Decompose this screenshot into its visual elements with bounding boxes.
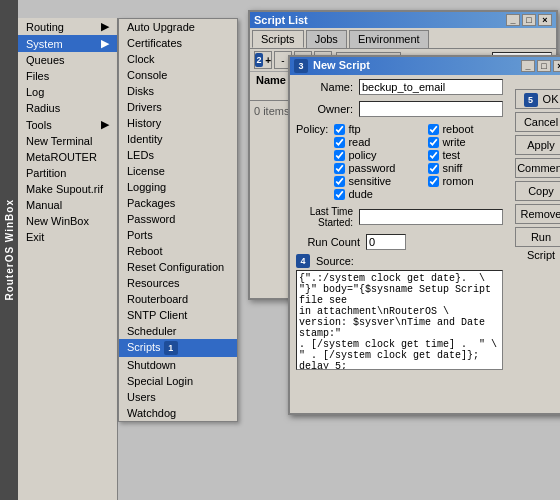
- policy-write-checkbox[interactable]: [428, 137, 439, 148]
- copy-btn[interactable]: Copy: [515, 181, 560, 201]
- submenu-license[interactable]: License: [119, 163, 237, 179]
- policy-test: test: [428, 149, 518, 161]
- policy-sensitive-checkbox[interactable]: [334, 176, 345, 187]
- submenu-drivers[interactable]: Drivers: [119, 99, 237, 115]
- submenu-shutdown[interactable]: Shutdown: [119, 357, 237, 373]
- policy-test-label: test: [442, 149, 460, 161]
- system-arrow: ▶: [101, 37, 109, 50]
- sidebar-item-new-winbox[interactable]: New WinBox: [18, 213, 117, 229]
- submenu-password[interactable]: Password: [119, 211, 237, 227]
- policy-reboot-checkbox[interactable]: [428, 124, 439, 135]
- source-textarea[interactable]: {".:/system clock get date}. \ "}" body=…: [296, 270, 503, 370]
- submenu-clock[interactable]: Clock: [119, 51, 237, 67]
- submenu-scheduler[interactable]: Scheduler: [119, 323, 237, 339]
- submenu-identity[interactable]: Identity: [119, 131, 237, 147]
- sidebar-item-make-supout[interactable]: Make Supout.rif: [18, 181, 117, 197]
- policy-sniff-checkbox[interactable]: [428, 163, 439, 174]
- policy-test-checkbox[interactable]: [428, 150, 439, 161]
- ok-btn[interactable]: 5 OK: [515, 89, 560, 109]
- policy-sniff: sniff: [428, 162, 518, 174]
- submenu-special-login[interactable]: Special Login: [119, 373, 237, 389]
- sidebar-item-log[interactable]: Log: [18, 84, 117, 100]
- policy-policy-label: policy: [348, 149, 376, 161]
- new-script-right-buttons: 5 OK Cancel Apply Comment Copy Remove Ru…: [511, 85, 560, 251]
- new-script-controls: _ □ ×: [521, 60, 560, 72]
- run-script-btn[interactable]: Run Script: [515, 227, 560, 247]
- comment-btn[interactable]: Comment: [515, 158, 560, 178]
- submenu-certificates[interactable]: Certificates: [119, 35, 237, 51]
- sidebar-item-partition[interactable]: Partition: [18, 165, 117, 181]
- script-list-minimize-btn[interactable]: _: [506, 14, 520, 26]
- script-list-title: Script List: [254, 14, 308, 26]
- metarouter-label: MetaROUTER: [26, 151, 97, 163]
- log-label: Log: [26, 86, 44, 98]
- files-label: Files: [26, 70, 49, 82]
- script-list-titlebar: Script List _ □ ×: [250, 12, 556, 28]
- sidebar-item-tools[interactable]: Tools ▶: [18, 116, 117, 133]
- sidebar-item-radius[interactable]: Radius: [18, 100, 117, 116]
- apply-btn[interactable]: Apply: [515, 135, 560, 155]
- new-script-maximize-btn[interactable]: □: [537, 60, 551, 72]
- manual-label: Manual: [26, 199, 62, 211]
- policy-reboot-label: reboot: [442, 123, 473, 135]
- name-input[interactable]: [359, 79, 503, 95]
- policy-dude-checkbox[interactable]: [334, 189, 345, 200]
- policy-password-label: password: [348, 162, 395, 174]
- owner-input[interactable]: [359, 101, 503, 117]
- submenu-history[interactable]: History: [119, 115, 237, 131]
- tab-environment[interactable]: Environment: [349, 30, 429, 48]
- sidebar-item-system[interactable]: System ▶: [18, 35, 117, 52]
- script-list-close-btn[interactable]: ×: [538, 14, 552, 26]
- policy-romon-checkbox[interactable]: [428, 176, 439, 187]
- policy-read-label: read: [348, 136, 370, 148]
- submenu-watchdog[interactable]: Watchdog: [119, 405, 237, 421]
- sidebar-item-new-terminal[interactable]: New Terminal: [18, 133, 117, 149]
- sidebar-item-exit[interactable]: Exit: [18, 229, 117, 245]
- sidebar-item-files[interactable]: Files: [18, 68, 117, 84]
- policy-read-checkbox[interactable]: [334, 137, 345, 148]
- partition-label: Partition: [26, 167, 66, 179]
- new-script-window: 3 New Script _ □ × 5 OK Cancel Apply Com…: [288, 55, 560, 415]
- submenu-scripts[interactable]: Scripts 1: [119, 339, 237, 357]
- submenu-packages[interactable]: Packages: [119, 195, 237, 211]
- policy-sensitive: sensitive: [334, 175, 424, 187]
- last-time-label: Last Time Started:: [296, 206, 359, 228]
- submenu-disks[interactable]: Disks: [119, 83, 237, 99]
- policy-password-checkbox[interactable]: [334, 163, 345, 174]
- submenu-logging[interactable]: Logging: [119, 179, 237, 195]
- submenu-reboot[interactable]: Reboot: [119, 243, 237, 259]
- sidebar-item-metarouter[interactable]: MetaROUTER: [18, 149, 117, 165]
- name-label: Name:: [296, 81, 359, 93]
- submenu-routerboard[interactable]: Routerboard: [119, 291, 237, 307]
- cancel-btn[interactable]: Cancel: [515, 112, 560, 132]
- submenu-console[interactable]: Console: [119, 67, 237, 83]
- new-script-minimize-btn[interactable]: _: [521, 60, 535, 72]
- run-count-row: Run Count: [290, 232, 509, 252]
- add-script-btn[interactable]: 2+: [254, 51, 272, 69]
- new-script-close-btn[interactable]: ×: [553, 60, 560, 72]
- submenu-resources[interactable]: Resources: [119, 275, 237, 291]
- remove-btn[interactable]: Remove: [515, 204, 560, 224]
- last-time-input[interactable]: [359, 209, 503, 225]
- main-background: RouterOS WinBox Routing ▶ System ▶ Queue…: [0, 0, 560, 500]
- routing-arrow: ▶: [101, 20, 109, 33]
- submenu-users[interactable]: Users: [119, 389, 237, 405]
- script-list-maximize-btn[interactable]: □: [522, 14, 536, 26]
- tab-scripts[interactable]: Scripts: [252, 30, 304, 48]
- submenu-ports[interactable]: Ports: [119, 227, 237, 243]
- source-label-row: 4 Source:: [296, 254, 503, 268]
- submenu-reset-config[interactable]: Reset Configuration: [119, 259, 237, 275]
- sidebar-item-queues[interactable]: Queues: [18, 52, 117, 68]
- submenu-auto-upgrade[interactable]: Auto Upgrade: [119, 19, 237, 35]
- submenu-leds[interactable]: LEDs: [119, 147, 237, 163]
- submenu-sntp-client[interactable]: SNTP Client: [119, 307, 237, 323]
- sidebar-item-routing[interactable]: Routing ▶: [18, 18, 117, 35]
- sidebar-item-manual[interactable]: Manual: [18, 197, 117, 213]
- policy-ftp-checkbox[interactable]: [334, 124, 345, 135]
- policy-dude-label: dude: [348, 188, 372, 200]
- policy-policy-checkbox[interactable]: [334, 150, 345, 161]
- run-count-input[interactable]: [366, 234, 406, 250]
- tab-jobs[interactable]: Jobs: [306, 30, 347, 48]
- policy-dude: dude: [334, 188, 424, 200]
- new-winbox-label: New WinBox: [26, 215, 89, 227]
